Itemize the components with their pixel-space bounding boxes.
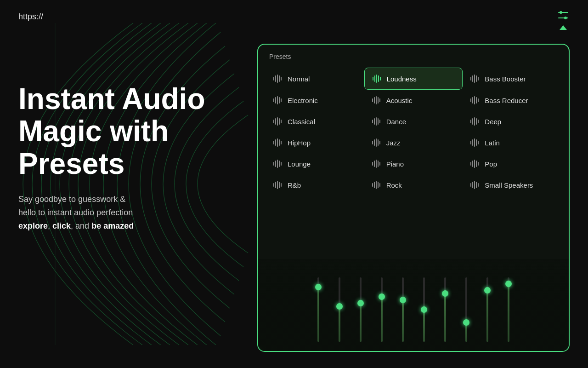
eq-icon-acoustic — [372, 96, 382, 104]
svg-rect-81 — [275, 182, 276, 188]
eq-icon-latin — [470, 138, 480, 147]
eq-bar-9[interactable] — [481, 268, 494, 342]
eq-bar-1[interactable] — [312, 268, 325, 342]
svg-rect-5 — [273, 77, 274, 80]
preset-dance-label: Dance — [386, 118, 406, 126]
presets-panel: Presets Normal Loudness Bass Booster — [257, 44, 570, 352]
preset-bass-reducer-label: Bass Reducer — [485, 97, 528, 104]
svg-rect-79 — [478, 162, 479, 166]
svg-rect-10 — [373, 77, 373, 80]
eq-bar-8[interactable] — [460, 268, 473, 342]
svg-rect-29 — [379, 98, 380, 102]
eq-bar-10[interactable] — [502, 268, 515, 342]
preset-bass-booster-label: Bass Booster — [485, 75, 526, 83]
svg-rect-39 — [281, 120, 282, 123]
preset-electronic-label: Electronic — [288, 97, 318, 104]
svg-rect-31 — [472, 97, 473, 104]
preset-pop-label: Pop — [485, 160, 497, 168]
preset-acoustic[interactable]: Acoustic — [364, 90, 463, 111]
preset-dance[interactable]: Dance — [364, 111, 463, 132]
svg-rect-60 — [470, 141, 471, 144]
preset-lounge[interactable]: Lounge — [266, 153, 364, 174]
top-bar: https:// — [0, 0, 588, 33]
preset-loudness[interactable]: Loudness — [364, 68, 463, 90]
svg-rect-7 — [277, 75, 278, 83]
svg-rect-49 — [478, 120, 479, 123]
svg-rect-14 — [380, 77, 381, 80]
preset-rock[interactable]: Rock — [364, 174, 463, 196]
preset-deep[interactable]: Deep — [463, 111, 561, 132]
svg-rect-47 — [474, 117, 475, 126]
svg-rect-20 — [273, 98, 274, 102]
preset-jazz[interactable]: Jazz — [364, 132, 463, 153]
hero-subtitle: Say goodbye to guesswork & hello to inst… — [18, 193, 230, 232]
preset-acoustic-label: Acoustic — [386, 97, 413, 104]
eq-bar-7[interactable] — [439, 268, 452, 342]
svg-rect-25 — [372, 98, 373, 102]
svg-rect-16 — [472, 75, 473, 82]
settings-button[interactable] — [557, 9, 570, 24]
svg-rect-84 — [281, 183, 282, 187]
svg-rect-33 — [476, 97, 477, 104]
svg-rect-56 — [374, 139, 375, 146]
svg-rect-57 — [376, 138, 377, 147]
svg-rect-17 — [474, 75, 475, 83]
eq-icon-electronic — [273, 96, 283, 104]
svg-rect-18 — [476, 75, 477, 82]
preset-bass-booster[interactable]: Bass Booster — [463, 68, 561, 90]
svg-rect-85 — [372, 183, 373, 187]
svg-rect-23 — [279, 97, 280, 104]
preset-piano[interactable]: Piano — [364, 153, 463, 174]
svg-rect-78 — [476, 161, 477, 167]
svg-rect-38 — [279, 118, 280, 125]
svg-rect-53 — [279, 139, 280, 146]
eq-icon-piano — [372, 160, 382, 168]
preset-electronic[interactable]: Electronic — [266, 90, 364, 111]
eq-bar-5[interactable] — [396, 268, 409, 342]
svg-rect-19 — [478, 77, 479, 80]
svg-rect-65 — [273, 162, 274, 166]
svg-rect-91 — [472, 182, 473, 188]
hero-title: Instant Audio Magic with Presets — [18, 83, 230, 180]
eq-bar-6[interactable] — [418, 268, 430, 342]
svg-rect-88 — [378, 182, 379, 188]
preset-bass-reducer[interactable]: Bass Reducer — [463, 90, 561, 111]
svg-rect-71 — [374, 161, 375, 167]
eq-bar-3[interactable] — [354, 268, 367, 342]
preset-normal[interactable]: Normal — [266, 68, 364, 90]
svg-rect-46 — [472, 118, 473, 125]
svg-rect-11 — [374, 75, 375, 82]
svg-rect-6 — [275, 75, 276, 82]
eq-bar-4[interactable] — [375, 268, 388, 342]
preset-lounge-label: Lounge — [288, 160, 311, 168]
svg-rect-52 — [277, 138, 278, 147]
preset-classical[interactable]: Classical — [266, 111, 364, 132]
svg-rect-72 — [376, 160, 377, 168]
svg-rect-54 — [281, 141, 282, 144]
svg-rect-13 — [378, 75, 379, 82]
preset-small-speakers[interactable]: Small Speakers — [463, 174, 561, 196]
svg-rect-28 — [378, 97, 379, 104]
preset-latin-label: Latin — [485, 139, 500, 147]
preset-pop[interactable]: Pop — [463, 153, 561, 174]
svg-rect-21 — [275, 97, 276, 104]
eq-icon-classical — [273, 117, 283, 126]
preset-rnb[interactable]: R&b — [266, 174, 364, 196]
svg-rect-58 — [378, 139, 379, 146]
eq-bar-2[interactable] — [333, 268, 346, 342]
svg-rect-94 — [478, 183, 479, 187]
svg-rect-92 — [474, 181, 475, 189]
svg-rect-86 — [374, 182, 375, 188]
emphasis-amazed: be amazed — [91, 221, 134, 230]
svg-rect-90 — [470, 183, 471, 187]
preset-rnb-label: R&b — [288, 181, 301, 189]
svg-rect-59 — [379, 141, 380, 144]
emphasis-explore: explore — [18, 221, 48, 230]
svg-rect-12 — [376, 75, 377, 83]
svg-rect-83 — [279, 182, 280, 188]
svg-rect-80 — [273, 183, 274, 187]
svg-rect-82 — [277, 181, 278, 189]
preset-hiphop[interactable]: HipHop — [266, 132, 364, 153]
preset-latin[interactable]: Latin — [463, 132, 561, 153]
svg-rect-42 — [376, 117, 377, 126]
